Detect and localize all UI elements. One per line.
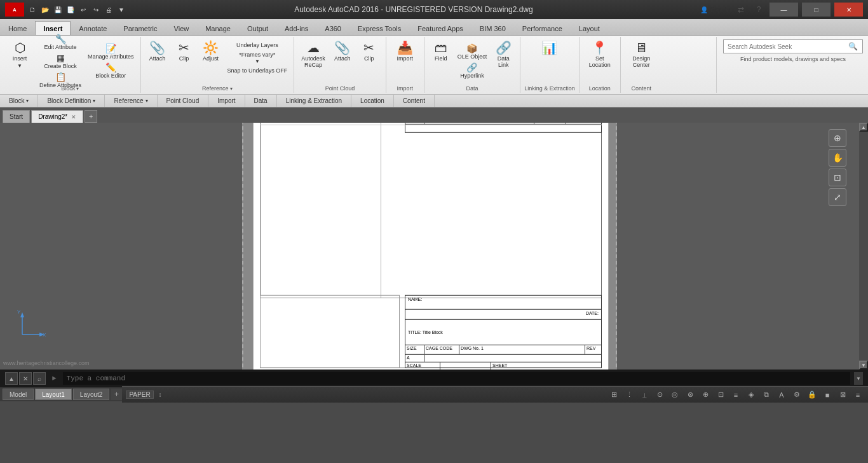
search-icon[interactable]: 🔍 <box>848 42 858 51</box>
ortho-icon[interactable]: ⟂ <box>638 389 651 401</box>
right-scrollbar[interactable]: ▲ ▼ <box>859 123 868 370</box>
block-editor-button[interactable]: ✏️ Block Editor <box>85 62 137 80</box>
model-label[interactable]: ↕ <box>156 391 165 398</box>
groups-bar-location[interactable]: Location <box>351 95 394 107</box>
orbit-button[interactable]: ⊕ <box>829 129 846 147</box>
groups-bar-block-definition[interactable]: Block Definition ▾ <box>38 95 105 107</box>
groups-bar-import[interactable]: Import <box>208 95 245 107</box>
ole-button[interactable]: 📦 OLE Object <box>455 43 490 61</box>
3dosnap-icon[interactable]: ⊗ <box>684 389 696 401</box>
osnap-icon[interactable]: ◎ <box>668 389 681 401</box>
import-button[interactable]: 📥 Import <box>392 39 417 83</box>
attach-pc-button[interactable]: 📎 Attach <box>330 39 355 83</box>
open-button[interactable]: 📂 <box>39 4 51 15</box>
minimize-button[interactable]: — <box>770 3 798 17</box>
search-box[interactable]: 🔍 <box>723 39 863 53</box>
tab-featuredapps[interactable]: Featured Apps <box>409 21 471 35</box>
reference-group-arrow[interactable]: ▾ <box>230 86 233 92</box>
customize-icon[interactable]: ≡ <box>851 389 864 401</box>
tab-a360[interactable]: A360 <box>316 21 349 35</box>
data-link-button[interactable]: 🔗 DataLink <box>491 39 516 83</box>
drawing2-close-icon[interactable]: ✕ <box>71 114 76 120</box>
insert-button[interactable]: ⬡ Insert ▼ <box>4 39 36 83</box>
canvas-area[interactable]: REVISION HISTORY REV DESCRIPTION DATE AP… <box>0 123 859 370</box>
save-button[interactable]: 💾 <box>52 4 64 15</box>
scroll-up-button[interactable]: ▲ <box>859 123 868 132</box>
block-group-arrow[interactable]: ▾ <box>76 86 79 92</box>
snap-icon[interactable]: ⋮ <box>623 389 635 401</box>
polar-icon[interactable]: ⊙ <box>653 389 666 401</box>
groups-bar-content[interactable]: Content <box>394 95 435 107</box>
cmd-search-button[interactable]: ⌕ <box>33 372 46 385</box>
workspace-icon[interactable]: ⚙ <box>790 389 803 401</box>
lineweight-icon[interactable]: ≡ <box>729 389 742 401</box>
redo-button[interactable]: ↪ <box>90 4 102 15</box>
tab-expresstools[interactable]: Express Tools <box>349 21 409 35</box>
clip-pc-button[interactable]: ✂ Clip <box>356 39 382 83</box>
tab-performance[interactable]: Performance <box>514 21 571 35</box>
tab-layout[interactable]: Layout <box>571 21 608 35</box>
plot-button[interactable]: 🖨 <box>103 4 114 15</box>
tab-view[interactable]: View <box>166 21 198 35</box>
zoom-extents-button[interactable]: ⤢ <box>829 188 846 206</box>
groups-bar-pointcloud[interactable]: Point Cloud <box>158 95 209 107</box>
isolate-icon[interactable]: ⊠ <box>836 389 849 401</box>
new-button[interactable]: 🗋 <box>27 4 38 15</box>
tab-manage[interactable]: Manage <box>197 21 239 35</box>
layout2-tab[interactable]: Layout2 <box>73 389 110 400</box>
recap-button[interactable]: ☁ AutodeskReCap <box>298 39 329 83</box>
cmd-scroll-button[interactable]: ▼ <box>854 372 863 385</box>
ucs-icon-status[interactable]: ⊡ <box>714 389 727 401</box>
add-layout-button[interactable]: + <box>111 389 122 400</box>
saveas-button[interactable]: 📑 <box>65 4 76 15</box>
close-button[interactable]: ✕ <box>834 3 863 17</box>
exchange-icon[interactable]: ⇄ <box>734 3 748 17</box>
scroll-track[interactable] <box>859 132 868 361</box>
question-icon[interactable]: ? <box>752 3 766 17</box>
tab-addins[interactable]: Add-ins <box>276 21 316 35</box>
insert-dropdown[interactable]: ▼ <box>17 63 22 69</box>
undo-button[interactable]: ↩ <box>78 4 89 15</box>
paper-label[interactable]: PAPER <box>126 390 153 399</box>
doc-tab-start[interactable]: Start <box>3 110 30 123</box>
search-input[interactable] <box>728 43 848 50</box>
attach-button[interactable]: 📎 Attach <box>145 39 170 83</box>
edit-attribute-button[interactable]: 🔧 Edit Attribute <box>37 33 84 52</box>
field-button[interactable]: 🗃 Field <box>428 39 454 83</box>
underlay-layers-button[interactable]: Underlay Layers <box>225 41 290 50</box>
transparency-icon[interactable]: ◈ <box>745 389 757 401</box>
groups-bar-data[interactable]: Data <box>245 95 277 107</box>
cmd-close-button[interactable]: ✕ <box>19 372 32 385</box>
hardware-icon[interactable]: ■ <box>821 389 834 401</box>
command-input[interactable] <box>63 372 850 385</box>
grid-icon[interactable]: ⊞ <box>607 389 620 401</box>
zoom-button[interactable]: ⊡ <box>829 169 846 186</box>
extraction-button[interactable]: 📊 <box>535 39 564 83</box>
selection-icon[interactable]: ⧉ <box>760 389 773 401</box>
design-center-button[interactable]: 🖥 DesignCenter <box>628 39 654 83</box>
create-block-button[interactable]: ▦ Create Block <box>37 52 84 71</box>
new-tab-button[interactable]: + <box>85 110 97 123</box>
tab-output[interactable]: Output <box>239 21 276 35</box>
cmd-up-button[interactable]: ▲ <box>5 372 18 385</box>
sign-in-label[interactable]: Sign In <box>710 6 730 13</box>
tab-bim360[interactable]: BIM 360 <box>471 21 514 35</box>
pan-button[interactable]: ✋ <box>829 149 846 167</box>
model-tab[interactable]: Model <box>3 389 34 400</box>
set-location-button[interactable]: 📍 SetLocation <box>586 39 614 83</box>
layout1-tab[interactable]: Layout1 <box>35 389 72 400</box>
qat-dropdown[interactable]: ▼ <box>116 4 127 15</box>
tab-parametric[interactable]: Parametric <box>115 21 165 35</box>
maximize-button[interactable]: □ <box>802 3 831 17</box>
scroll-down-button[interactable]: ▼ <box>859 361 868 370</box>
snap-underlays-button[interactable]: Snap to Underlays OFF <box>225 66 290 75</box>
groups-bar-block[interactable]: Block ▾ <box>0 95 38 107</box>
groups-bar-linking[interactable]: Linking & Extraction <box>277 95 351 107</box>
adjust-button[interactable]: 🔆 Adjust <box>198 39 224 83</box>
clip-button[interactable]: ✂ Clip <box>172 39 197 83</box>
otrack-icon[interactable]: ⊕ <box>699 389 712 401</box>
annotation-icon[interactable]: A <box>775 389 788 401</box>
autocad-logo[interactable]: A <box>5 3 24 17</box>
groups-bar-reference[interactable]: Reference ▾ <box>105 95 157 107</box>
doc-tab-drawing2[interactable]: Drawing2* ✕ <box>31 110 83 123</box>
